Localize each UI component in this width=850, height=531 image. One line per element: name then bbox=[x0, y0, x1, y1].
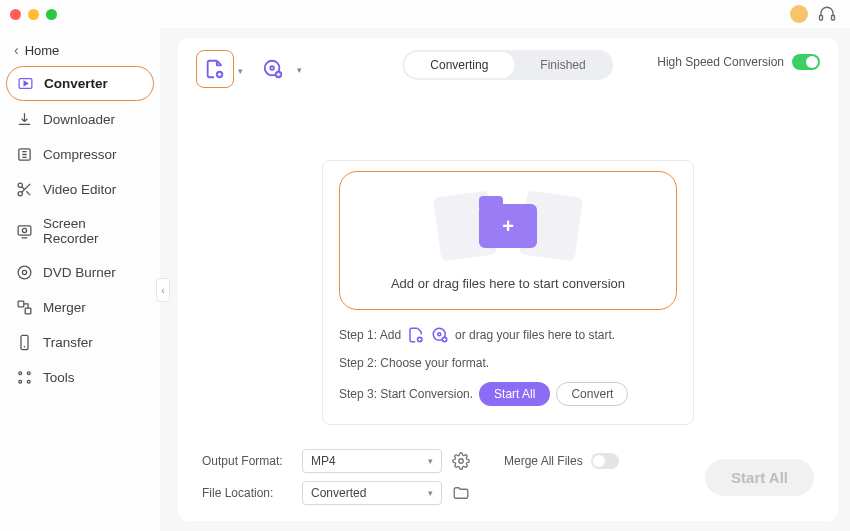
high-speed-toggle[interactable] bbox=[792, 54, 820, 70]
add-file-button[interactable]: ▾ bbox=[196, 50, 234, 88]
chevron-left-icon: ‹ bbox=[14, 42, 19, 58]
step-1: Step 1: Add or drag your files here to s… bbox=[339, 326, 677, 344]
sidebar-item-tools[interactable]: Tools bbox=[6, 361, 154, 394]
file-location-value: Converted bbox=[311, 486, 366, 500]
drop-zone[interactable]: + Add or drag files here to start conver… bbox=[339, 171, 677, 310]
footer-bar: Output Format: MP4 ▾ Merge All Files bbox=[196, 439, 820, 509]
tools-grid-icon bbox=[16, 369, 33, 386]
chevron-left-icon: ‹ bbox=[161, 285, 164, 296]
add-disc-icon[interactable] bbox=[431, 326, 449, 344]
add-disc-button[interactable]: ▾ bbox=[254, 50, 292, 88]
output-format-select[interactable]: MP4 ▾ bbox=[302, 449, 442, 473]
steps-list: Step 1: Add or drag your files here to s… bbox=[339, 326, 677, 406]
svg-point-19 bbox=[270, 66, 274, 70]
add-file-icon bbox=[204, 58, 226, 80]
close-window-icon[interactable] bbox=[10, 9, 21, 20]
scissors-icon bbox=[16, 181, 33, 198]
step-3: Step 3: Start Conversion. Start All Conv… bbox=[339, 382, 677, 406]
file-location-select[interactable]: Converted ▾ bbox=[302, 481, 442, 505]
support-headset-icon[interactable] bbox=[818, 5, 836, 23]
merge-all-label: Merge All Files bbox=[504, 454, 583, 468]
disc-icon bbox=[16, 264, 33, 281]
svg-point-9 bbox=[22, 270, 26, 274]
sidebar-item-downloader[interactable]: Downloader bbox=[6, 103, 154, 136]
drop-area-container: + Add or drag files here to start conver… bbox=[322, 160, 694, 425]
chevron-down-icon: ▾ bbox=[428, 488, 433, 498]
sidebar-item-label: Merger bbox=[43, 300, 86, 315]
sidebar-item-label: Converter bbox=[44, 76, 108, 91]
add-disc-icon bbox=[262, 58, 284, 80]
folder-plus-icon: + bbox=[479, 204, 537, 248]
svg-point-16 bbox=[27, 380, 30, 383]
svg-rect-6 bbox=[18, 225, 31, 234]
chevron-down-icon: ▾ bbox=[297, 65, 302, 75]
start-all-button[interactable]: Start All bbox=[705, 459, 814, 496]
sidebar-item-screen-recorder[interactable]: Screen Recorder bbox=[6, 208, 154, 254]
content-panel: ▾ ▾ Converting Finished High Speed Conve… bbox=[178, 38, 838, 521]
tab-converting[interactable]: Converting bbox=[404, 52, 514, 78]
file-location-row: File Location: Converted ▾ bbox=[202, 481, 619, 505]
compressor-icon bbox=[16, 146, 33, 163]
svg-point-13 bbox=[19, 372, 22, 375]
merge-all-toggle[interactable] bbox=[591, 453, 619, 469]
sidebar-item-label: DVD Burner bbox=[43, 265, 116, 280]
svg-point-14 bbox=[27, 372, 30, 375]
sidebar-item-label: Screen Recorder bbox=[43, 216, 144, 246]
svg-rect-11 bbox=[25, 308, 31, 314]
step-1-pre: Step 1: Add bbox=[339, 328, 401, 342]
converter-icon bbox=[17, 75, 34, 92]
start-all-pill-button[interactable]: Start All bbox=[479, 382, 550, 406]
sidebar-item-label: Tools bbox=[43, 370, 75, 385]
file-location-label: File Location: bbox=[202, 486, 292, 500]
merge-all-row: Merge All Files bbox=[504, 453, 619, 469]
step-3-text: Step 3: Start Conversion. bbox=[339, 387, 473, 401]
output-format-label: Output Format: bbox=[202, 454, 292, 468]
user-avatar-icon[interactable] bbox=[790, 5, 808, 23]
svg-point-15 bbox=[19, 380, 22, 383]
home-link[interactable]: ‹ Home bbox=[6, 36, 154, 64]
merger-icon bbox=[16, 299, 33, 316]
sidebar-item-converter[interactable]: Converter bbox=[6, 66, 154, 101]
collapse-sidebar-button[interactable]: ‹ bbox=[156, 278, 170, 302]
output-format-row: Output Format: MP4 ▾ Merge All Files bbox=[202, 449, 619, 473]
convert-pill-button[interactable]: Convert bbox=[556, 382, 628, 406]
tab-group: Converting Finished bbox=[402, 50, 613, 80]
folder-graphic: + bbox=[423, 186, 593, 266]
open-folder-icon[interactable] bbox=[452, 484, 470, 502]
tab-finished[interactable]: Finished bbox=[514, 52, 611, 78]
sidebar-item-label: Downloader bbox=[43, 112, 115, 127]
svg-rect-12 bbox=[21, 335, 28, 349]
settings-gear-icon[interactable] bbox=[452, 452, 470, 470]
chevron-down-icon: ▾ bbox=[428, 456, 433, 466]
sidebar-item-compressor[interactable]: Compressor bbox=[6, 138, 154, 171]
home-label: Home bbox=[25, 43, 60, 58]
step-1-post: or drag your files here to start. bbox=[455, 328, 615, 342]
high-speed-toggle-row: High Speed Conversion bbox=[657, 54, 820, 70]
step-2-text: Step 2: Choose your format. bbox=[339, 356, 489, 370]
sidebar-item-label: Transfer bbox=[43, 335, 93, 350]
svg-point-5 bbox=[18, 192, 22, 196]
window-controls bbox=[10, 9, 57, 20]
drop-text: Add or drag files here to start conversi… bbox=[391, 276, 625, 291]
maximize-window-icon[interactable] bbox=[46, 9, 57, 20]
sidebar-item-dvd-burner[interactable]: DVD Burner bbox=[6, 256, 154, 289]
sidebar-item-merger[interactable]: Merger bbox=[6, 291, 154, 324]
screen-recorder-icon bbox=[16, 223, 33, 240]
svg-point-8 bbox=[18, 266, 31, 279]
add-file-icon[interactable] bbox=[407, 326, 425, 344]
svg-rect-10 bbox=[18, 301, 24, 307]
step-2: Step 2: Choose your format. bbox=[339, 356, 677, 370]
svg-rect-1 bbox=[832, 16, 835, 21]
chevron-down-icon: ▾ bbox=[238, 66, 243, 76]
svg-point-25 bbox=[459, 459, 464, 464]
high-speed-label: High Speed Conversion bbox=[657, 55, 784, 69]
sidebar-item-transfer[interactable]: Transfer bbox=[6, 326, 154, 359]
svg-rect-0 bbox=[820, 16, 823, 21]
sidebar-item-label: Video Editor bbox=[43, 182, 116, 197]
output-format-value: MP4 bbox=[311, 454, 336, 468]
minimize-window-icon[interactable] bbox=[28, 9, 39, 20]
sidebar-item-video-editor[interactable]: Video Editor bbox=[6, 173, 154, 206]
svg-point-23 bbox=[438, 333, 441, 336]
downloader-icon bbox=[16, 111, 33, 128]
transfer-icon bbox=[16, 334, 33, 351]
